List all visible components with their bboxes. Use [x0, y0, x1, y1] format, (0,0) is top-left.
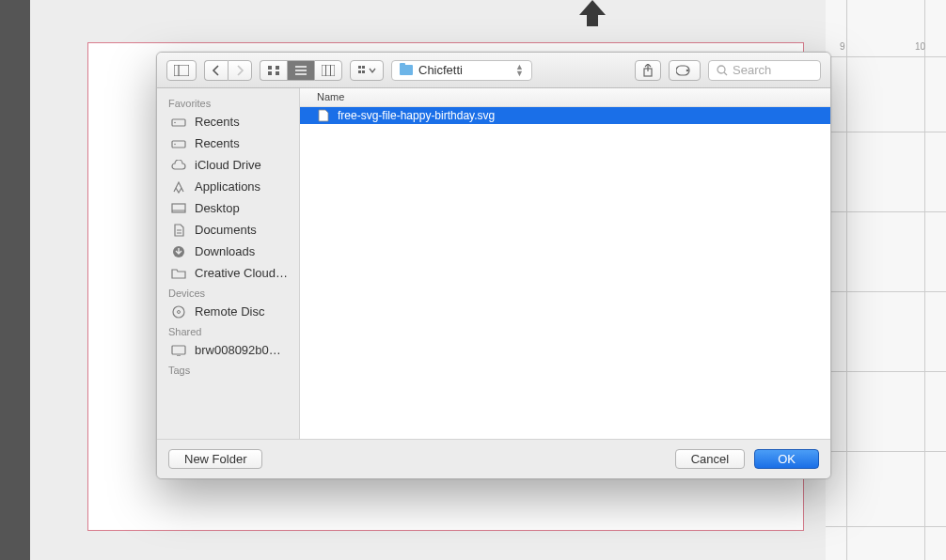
path-label: Chicfetti — [418, 63, 463, 77]
file-list: Name free-svg-file-happy-birthday.svg — [300, 88, 830, 439]
file-rows: free-svg-file-happy-birthday.svg — [300, 107, 830, 439]
sidebar-item[interactable]: Documents — [157, 219, 299, 241]
share-button[interactable] — [635, 60, 661, 81]
sidebar-item-label: Applications — [195, 179, 260, 194]
cancel-button[interactable]: Cancel — [675, 449, 745, 469]
sidebar-item-label: brw008092b0… — [195, 343, 281, 357]
chevron-updown-icon: ▲▼ — [515, 64, 524, 77]
svg-rect-9 — [322, 65, 335, 76]
ok-button[interactable]: OK — [754, 449, 819, 469]
sidebar-item-label: Desktop — [195, 201, 240, 215]
nav-buttons — [204, 60, 252, 81]
column-header-name[interactable]: Name — [300, 88, 830, 107]
dialog-toolbar: Chicfetti ▲▼ Search — [157, 53, 830, 88]
svg-point-23 — [174, 121, 176, 123]
svg-point-20 — [717, 66, 725, 73]
sidebar-item[interactable]: Recents — [157, 111, 299, 132]
folder-icon — [400, 65, 413, 75]
svg-point-32 — [178, 310, 181, 313]
path-selector[interactable]: Chicfetti ▲▼ — [391, 60, 532, 81]
svg-point-25 — [174, 143, 176, 145]
svg-line-21 — [724, 72, 727, 75]
sidebar-item[interactable]: Creative Cloud… — [157, 262, 299, 284]
svg-rect-13 — [362, 66, 365, 69]
sidebar-item[interactable]: Downloads — [157, 241, 299, 262]
sidebar: FavoritesRecentsRecentsiCloud DriveAppli… — [157, 88, 300, 439]
svg-rect-12 — [358, 66, 361, 69]
sidebar-item-label: Creative Cloud… — [195, 266, 288, 280]
search-icon — [717, 65, 728, 76]
svg-rect-22 — [172, 119, 185, 126]
sidebar-item-label: Downloads — [195, 244, 255, 258]
list-view-button[interactable] — [287, 60, 314, 81]
new-folder-button[interactable]: New Folder — [168, 449, 262, 469]
ruler-area: 9 10 — [826, 0, 946, 560]
drive-icon — [170, 116, 187, 129]
column-view-button[interactable] — [314, 60, 342, 81]
svg-rect-14 — [358, 70, 361, 73]
tags-button[interactable] — [669, 60, 701, 81]
sidebar-item-label: iCloud Drive — [195, 158, 261, 172]
toggle-sidebar-button[interactable] — [166, 60, 197, 81]
svg-point-31 — [173, 306, 184, 318]
svg-rect-26 — [172, 204, 185, 212]
sidebar-item[interactable]: iCloud Drive — [157, 154, 299, 176]
group-by-button[interactable] — [350, 60, 384, 81]
desktop-icon — [170, 202, 187, 215]
sidebar-item-label: Recents — [195, 115, 240, 129]
monitor-icon — [170, 344, 187, 357]
ruler-mark: 9 — [840, 41, 845, 52]
doc-icon — [170, 224, 187, 237]
back-button[interactable] — [204, 60, 228, 81]
sidebar-item-label: Documents — [195, 223, 257, 237]
svg-rect-24 — [172, 141, 185, 148]
sidebar-heading: Tags — [157, 361, 299, 378]
svg-rect-15 — [362, 70, 365, 73]
search-placeholder: Search — [733, 63, 771, 77]
folder-icon — [170, 267, 187, 280]
sidebar-item[interactable]: Applications — [157, 176, 299, 197]
svg-rect-33 — [172, 346, 185, 354]
file-icon — [317, 109, 330, 122]
sidebar-item[interactable]: Recents — [157, 132, 299, 154]
file-name: free-svg-file-happy-birthday.svg — [338, 109, 495, 122]
dialog-footer: New Folder Cancel OK — [157, 439, 830, 478]
sidebar-heading: Devices — [157, 284, 299, 301]
sidebar-item-label: Remote Disc — [195, 304, 264, 319]
svg-rect-2 — [268, 66, 272, 70]
ruler-mark: 10 — [915, 41, 925, 52]
sidebar-item-label: Recents — [195, 136, 240, 150]
file-open-dialog: Chicfetti ▲▼ Search FavoritesRecentsRece… — [156, 52, 831, 479]
sidebar-item[interactable]: Remote Disc — [157, 301, 299, 322]
app-dark-sidebar — [0, 0, 30, 560]
file-row[interactable]: free-svg-file-happy-birthday.svg — [300, 107, 830, 124]
svg-rect-4 — [268, 71, 272, 75]
sidebar-heading: Shared — [157, 322, 299, 339]
icon-view-button[interactable] — [260, 60, 287, 81]
download-icon — [170, 245, 187, 258]
sidebar-item[interactable]: brw008092b0… — [157, 339, 299, 361]
svg-rect-5 — [276, 71, 279, 75]
sidebar-heading: Favorites — [157, 94, 299, 111]
arrow-down-icon — [574, 0, 611, 28]
svg-point-19 — [686, 69, 689, 71]
apps-icon — [170, 180, 187, 194]
svg-rect-0 — [174, 65, 189, 76]
drive-icon — [170, 137, 187, 150]
search-input[interactable]: Search — [708, 60, 821, 81]
view-mode-buttons — [260, 60, 342, 81]
sidebar-item[interactable]: Desktop — [157, 197, 299, 219]
cloud-icon — [170, 159, 187, 172]
disc-icon — [170, 305, 187, 319]
svg-rect-3 — [276, 66, 279, 70]
forward-button[interactable] — [228, 60, 252, 81]
